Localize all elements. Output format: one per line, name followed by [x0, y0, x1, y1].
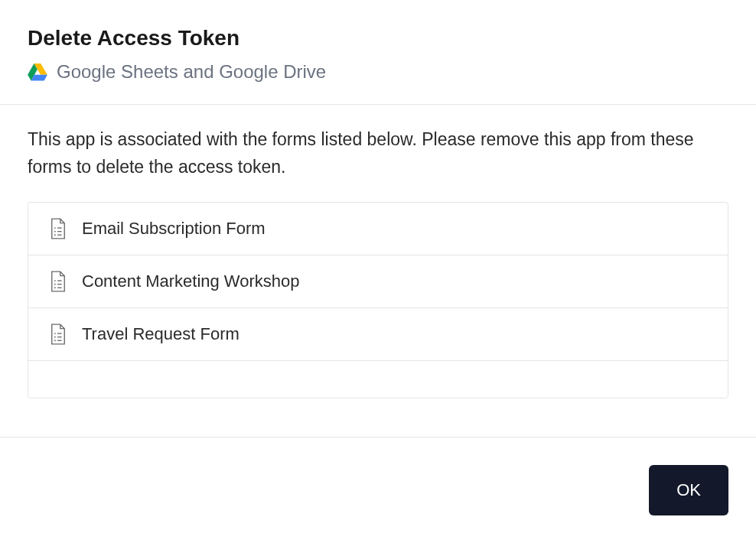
svg-point-6 — [54, 280, 56, 281]
dialog-title: Delete Access Token — [28, 26, 728, 50]
svg-point-10 — [54, 288, 56, 289]
svg-point-8 — [54, 284, 56, 285]
svg-point-4 — [54, 235, 56, 236]
svg-point-0 — [54, 227, 56, 229]
svg-point-16 — [54, 340, 56, 342]
form-name: Content Marketing Workshop — [82, 272, 300, 291]
dialog-subtitle-row: Google Sheets and Google Drive — [28, 61, 728, 83]
dialog-instruction: This app is associated with the forms li… — [28, 126, 728, 180]
form-name: Email Subscription Form — [82, 219, 266, 239]
form-icon — [50, 218, 67, 239]
form-name: Travel Request Form — [82, 324, 240, 344]
dialog-body: This app is associated with the forms li… — [0, 105, 756, 437]
ok-button[interactable]: OK — [649, 465, 728, 515]
form-icon — [50, 271, 67, 292]
dialog-footer: OK — [0, 437, 756, 543]
list-item: Email Subscription Form — [28, 203, 728, 255]
svg-point-2 — [54, 231, 56, 232]
svg-point-12 — [54, 333, 56, 334]
form-icon — [50, 324, 67, 345]
svg-point-14 — [54, 337, 56, 338]
forms-list: Email Subscription Form Content Marketin… — [28, 202, 728, 398]
empty-row — [28, 361, 728, 398]
dialog-subtitle: Google Sheets and Google Drive — [57, 61, 326, 83]
list-item: Content Marketing Workshop — [28, 255, 728, 308]
dialog-header: Delete Access Token Google Sheets and Go… — [0, 0, 756, 105]
google-drive-icon — [28, 63, 47, 81]
list-item: Travel Request Form — [28, 308, 728, 361]
